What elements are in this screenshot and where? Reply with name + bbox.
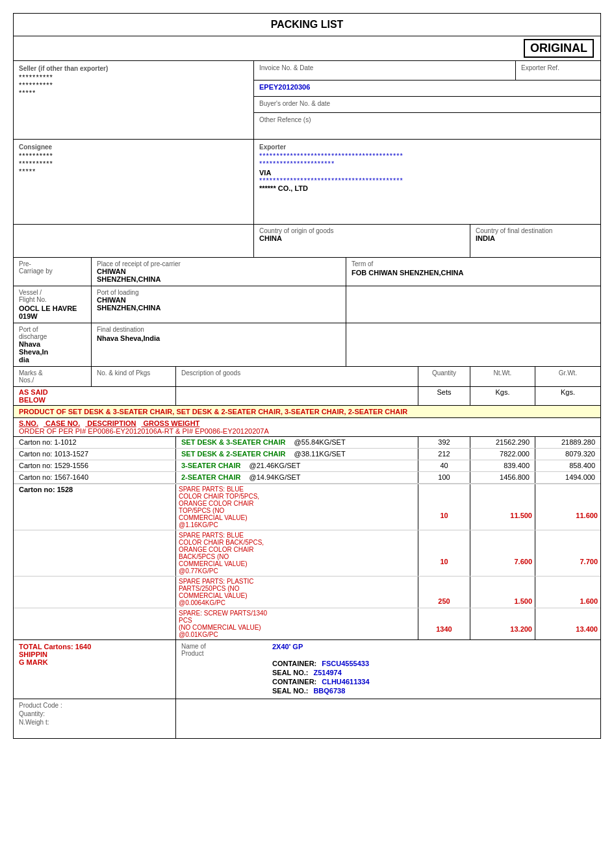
- exporter-stars2: **********************: [259, 160, 595, 167]
- grwt-unit: Kgs.: [561, 388, 575, 396]
- discharge-right-empty: [346, 323, 600, 366]
- spare-desc-4-line1: SPARE: SCREW PARTS/1340: [179, 610, 415, 617]
- other-ref-label: Other Refence (s): [259, 116, 311, 123]
- port-loading-block: Port of loading CHIWAN SHENZHEN,CHINA: [92, 286, 346, 323]
- spare-desc-block-2: SPARE PARTS: BLUE COLOR CHAIR BACK/5PCS,…: [176, 530, 418, 576]
- other-ref-row: Other Refence (s): [254, 113, 600, 129]
- spare-row-4: SPARE: SCREW PARTS/1340 PCS (NO COMMERCI…: [14, 608, 600, 639]
- product-code-bottom-label: Product Code :: [19, 702, 170, 709]
- consignee-stars3: *****: [19, 167, 248, 175]
- spare-desc-3-line2: PARTS/250PCS (NO: [179, 585, 415, 592]
- qty-1: 392: [418, 437, 470, 448]
- seller-label: Seller (if other than exporter): [19, 65, 248, 72]
- exporter-label: Exporter: [259, 143, 595, 151]
- spare-desc-block-1: SPARE PARTS: BLUE COLOR CHAIR TOP/5PCS, …: [176, 484, 418, 530]
- grwt-col-header: Gr.Wt.: [535, 367, 600, 386]
- discharge-label-block: Port ofdischarge Nhava Sheva,In dia: [14, 323, 92, 366]
- exporter-stars1: ****************************************…: [259, 152, 595, 160]
- buyer-order-row: Buyer's order No. & date: [254, 97, 600, 113]
- precarriage-label-block: Pre-Carriage by: [14, 258, 92, 286]
- invoice-block: Invoice No. & Date Exporter Ref. EPEY201…: [254, 61, 600, 139]
- desc-label: Description of goods: [181, 369, 413, 377]
- spare-desc-2-line3: ORANGE COLOR CHAIR: [179, 546, 415, 553]
- seller-stars3: *****: [19, 89, 248, 97]
- invoice-no-value: EPEY20120306: [259, 83, 310, 91]
- order-header-block: S.NO. CASE NO. DESCRIPTION GROSS WEIGHT …: [14, 418, 600, 437]
- grwt-label: Gr.Wt.: [541, 369, 595, 377]
- grwt-2: 8079.320: [535, 449, 600, 460]
- desc-3: 3-SEATER CHAIR @21.46KG/SET: [176, 460, 418, 471]
- container-val-2: CLHU4611334: [322, 678, 369, 686]
- total-block: TOTAL Cartons: 1640 SHIPPING MARK: [14, 640, 176, 699]
- term-label: Term of: [352, 260, 595, 267]
- container-1-row: CONTAINER: FSCU4555433: [181, 660, 595, 667]
- final-dest-block: Final destination Nhava Sheva,India: [92, 323, 346, 366]
- marks-header-row: Marks &Nos./ No. & kind of Pkgs Descript…: [14, 367, 600, 387]
- spare-qty-2: 10: [418, 530, 470, 576]
- spare-grwt-2: 7.700: [535, 530, 600, 576]
- total-shipping-section: TOTAL Cartons: 1640 SHIPPING MARK Name o…: [14, 640, 600, 699]
- carton-2: Carton no: 1013-1527: [14, 449, 176, 460]
- spare-row-3: SPARE PARTS: PLASTIC PARTS/250PCS (NO CO…: [14, 576, 600, 608]
- assaid-grwt-unit: Kgs.: [535, 387, 600, 405]
- packing-list-document: PACKING LIST ORIGINAL Seller (if other t…: [13, 13, 601, 739]
- invoice-label-row: Invoice No. & Date Exporter Ref.: [254, 61, 600, 81]
- vessel-val: OOCL LE HAVRE 019W: [19, 304, 86, 320]
- table-row: Carton no: 1-1012 SET DESK & 3-SEATER CH…: [14, 437, 600, 449]
- spare-weight-2: @0.77KG/PC: [179, 567, 415, 575]
- country-origin-label: Country of origin of goods: [259, 227, 465, 234]
- shipping-label: SHIPPING MARK: [19, 651, 170, 666]
- discharge-val3: dia: [19, 356, 86, 364]
- spare-qty-1: 10: [418, 484, 470, 530]
- port-loading-val1: CHIWAN: [97, 296, 340, 304]
- final-dest-val: Nhava Sheva,India: [97, 334, 340, 342]
- qty-2: 212: [418, 449, 470, 460]
- vessel-label: Vessel /Flight No.: [19, 289, 86, 303]
- spare-carton-2: [14, 530, 176, 576]
- ntwt-label: Nt.Wt.: [476, 369, 530, 377]
- table-row: Carton no: 1013-1527 SET DESK & 2-SEATER…: [14, 449, 600, 460]
- spare-qty-3: 250: [418, 577, 470, 608]
- product-desc-text: PRODUCT OF SET DESK & 3-SEATER CHAIR, SE…: [19, 408, 407, 415]
- country-final-value: INDIA: [476, 234, 595, 242]
- seal-label-1: SEAL NO.:: [272, 669, 308, 676]
- spare-carton-4: [14, 608, 176, 639]
- vessel-label-block: Vessel /Flight No. OOCL LE HAVRE 019W: [14, 286, 92, 323]
- spare-desc-1-line5: COMMERCIAL VALUE): [179, 514, 415, 521]
- seller-invoice-section: Seller (if other than exporter) ********…: [14, 61, 600, 140]
- sno-label: S.NO.: [19, 419, 38, 427]
- discharge-val1: Nhava: [19, 340, 86, 348]
- precarriage-section: Pre-Carriage by Place of receipt of pre-…: [14, 258, 600, 286]
- seal-val-2: BBQ6738: [313, 687, 345, 695]
- spare-carton-3: [14, 577, 176, 608]
- ntwt-1: 21562.290: [470, 437, 535, 448]
- ntwt-3: 839.400: [470, 460, 535, 471]
- assaid-qty-unit: Sets: [418, 387, 470, 405]
- seal-1-row: SEAL NO.: Z514974: [181, 669, 595, 676]
- spare-desc-block-3: SPARE PARTS: PLASTIC PARTS/250PCS (NO CO…: [176, 577, 418, 608]
- consignee-exporter-section: Consignee ********** ********** ***** Ex…: [14, 140, 600, 225]
- spare-row-1: Carton no: 1528 SPARE PARTS: BLUE COLOR …: [14, 484, 600, 530]
- grwt-3: 858.400: [535, 460, 600, 471]
- order-header-line2: ORDER OF PER PI# EP0086-EY20120106A-RT &…: [19, 427, 595, 435]
- spare-desc-block-4: SPARE: SCREW PARTS/1340 PCS (NO COMMERCI…: [176, 608, 418, 639]
- carton-3: Carton no: 1529-1556: [14, 460, 176, 471]
- table-row: Carton no: 1567-1640 2-SEATER CHAIR @14.…: [14, 472, 600, 484]
- qty-4: 100: [418, 472, 470, 483]
- buyer-order-label: Buyer's order No. & date: [259, 100, 330, 107]
- title-text: PACKING LIST: [271, 19, 344, 30]
- container-label-2: CONTAINER:: [272, 678, 316, 686]
- spare-ntwt-3: 1.500: [470, 577, 535, 608]
- table-row: Carton no: 1529-1556 3-SEATER CHAIR @21.…: [14, 460, 600, 472]
- spare-desc-1-line4: TOP/5PCS (NO: [179, 507, 415, 514]
- place-receipt-label: Place of receipt of pre-carrier: [97, 260, 340, 267]
- spare-grwt-1: 11.600: [535, 484, 600, 530]
- discharge-label: Port ofdischarge: [19, 326, 86, 340]
- spare-weight-1: @1.16KG/PC: [179, 521, 415, 528]
- quantity-bottom-label: Quantity:: [19, 710, 170, 717]
- spare-ntwt-4: 13.200: [470, 608, 535, 639]
- invoice-no-label: Invoice No. & Date: [254, 61, 516, 80]
- seal-2-row: SEAL NO.: BBQ6738: [181, 687, 595, 695]
- product-desc-row: PRODUCT OF SET DESK & 3-SEATER CHAIR, SE…: [14, 406, 600, 418]
- term-block: Term of FOB CHIWAN SHENZHEN,CHINA: [346, 258, 600, 286]
